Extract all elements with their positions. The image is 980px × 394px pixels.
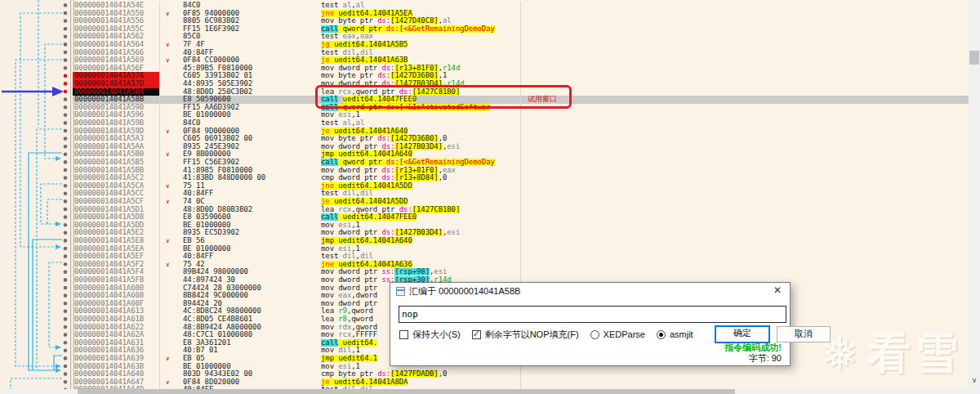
disasm-row[interactable]: 000000014041A5B5FF15 C56E3902call qword …	[73, 159, 969, 167]
instruction-cell[interactable]: je uedit64.14041A5DD	[319, 198, 521, 206]
bytes-cell[interactable]: ∨0F84 8D020000	[160, 378, 319, 387]
comment-cell[interactable]	[521, 65, 969, 73]
comment-cell[interactable]	[521, 49, 969, 57]
instruction-cell[interactable]: call uedit64.14047FEE0	[319, 213, 521, 222]
address-cell[interactable]: 000000014041A596	[73, 111, 160, 119]
comment-cell[interactable]	[521, 25, 969, 34]
disasm-row[interactable]: 000000014041A5E28935 EC5D3902mov dword p…	[73, 229, 969, 237]
bytes-cell[interactable]: ∨EB 56	[160, 237, 319, 245]
bytes-cell[interactable]: BE 01000000	[160, 222, 319, 230]
asmjit-label[interactable]: asmjit	[670, 329, 693, 339]
disasm-row[interactable]: 000000014041A569∨0F84 CC000000je uedit64…	[73, 56, 969, 65]
bytes-cell[interactable]: 44:8935 505E3902	[160, 80, 319, 88]
bytes-cell[interactable]: 41:8985 F0810000	[160, 167, 319, 175]
instruction-cell[interactable]: call qword ptr ds:[<&GetRemainingDemoDay	[319, 25, 521, 34]
address-cell[interactable]: 000000014041A61B	[73, 316, 160, 324]
address-cell[interactable]: 000000014041A5B5	[73, 159, 160, 167]
disasm-row[interactable]: 000000014041A576C605 33913B02 01mov byte…	[73, 72, 969, 80]
instruction-cell[interactable]: mov esi,1	[319, 222, 521, 230]
disasm-row[interactable]: 000000014041A5EABE 01000000mov esi,1	[73, 245, 969, 253]
address-cell[interactable]: 000000014041A5BB	[73, 167, 160, 175]
instruction-cell[interactable]: test dil,dil	[319, 190, 521, 198]
bytes-cell[interactable]: 8805 6C983B02	[160, 17, 319, 25]
address-cell[interactable]: 000000014041A54E	[73, 2, 160, 10]
address-cell[interactable]: 000000014041A550	[73, 10, 160, 18]
disasm-row[interactable]: 000000014041A56285C0test eax,eax	[73, 33, 969, 41]
address-cell[interactable]: 000000014041A5F2	[73, 261, 160, 269]
instruction-cell[interactable]: lea rcx,qword ptr ds:[1427CB1B0]	[319, 206, 521, 214]
comment-cell[interactable]	[521, 56, 969, 65]
disasm-row[interactable]: 000000014041A5F489B424 98000000mov dword…	[73, 268, 969, 276]
disasm-row[interactable]: 000000014041A5A3C605 06913B02 00mov byte…	[73, 135, 969, 143]
bytes-cell[interactable]: E8 03590600	[160, 213, 319, 222]
comment-cell[interactable]	[521, 174, 969, 182]
address-cell[interactable]: 000000014041A5EF	[73, 253, 160, 261]
keep-size-label[interactable]: 保持大小(S)	[412, 329, 461, 341]
comment-cell[interactable]	[521, 237, 969, 245]
comment-cell[interactable]	[521, 10, 969, 18]
bytes-cell[interactable]: 48:8B9424 A8000000	[160, 324, 319, 332]
comment-cell[interactable]	[521, 17, 969, 25]
disasm-row[interactable]: 000000014041A5BB41:8985 F0810000mov dwor…	[73, 167, 969, 175]
bytes-cell[interactable]: E8 3A361201	[160, 339, 319, 347]
bytes-cell[interactable]: 84C0	[160, 119, 319, 128]
comment-cell[interactable]	[521, 167, 969, 175]
instruction-cell[interactable]: test al,al	[319, 2, 521, 10]
address-cell[interactable]: 000000014041A57D	[73, 80, 160, 88]
address-cell[interactable]: 000000014041A562	[73, 33, 160, 41]
comment-cell[interactable]	[521, 213, 969, 222]
address-cell[interactable]: 000000014041A608	[73, 292, 160, 300]
comment-cell[interactable]	[521, 119, 969, 128]
comment-cell[interactable]	[521, 229, 969, 237]
address-cell[interactable]: 000000014041A5E2	[73, 229, 160, 237]
address-cell[interactable]: 000000014041A556	[73, 17, 160, 25]
bytes-cell[interactable]: ∨7F 4F	[160, 41, 319, 49]
address-cell[interactable]: 000000014041A647	[73, 378, 160, 387]
comment-cell[interactable]	[521, 128, 969, 136]
comment-cell[interactable]	[521, 80, 969, 88]
instruction-cell[interactable]: cmp dword ptr ds:[r13+8D84],0	[319, 174, 521, 182]
comment-cell[interactable]	[521, 190, 969, 198]
bytes-cell[interactable]: ∨74 0C	[160, 198, 319, 206]
disasm-row[interactable]: 000000014041A5F2∨75 42jne uedit64.14041A…	[73, 261, 969, 269]
vertical-scrollbar[interactable]: ∨	[969, 0, 980, 394]
disasm-row[interactable]: 000000014041A5CA∨75 11jne uedit64.14041A…	[73, 182, 969, 190]
disasm-row[interactable]: 000000014041A5D148:8D0D D80B3B02lea rcx,…	[73, 206, 969, 214]
address-cell[interactable]: 000000014041A59D	[73, 128, 160, 136]
address-cell[interactable]: 000000014041A5EA	[73, 245, 160, 253]
comment-cell[interactable]	[521, 253, 969, 261]
instruction-cell[interactable]: je uedit64.14041A640	[319, 128, 521, 136]
instruction-cell[interactable]: je uedit64.14041A8DA	[319, 378, 521, 387]
ok-button[interactable]: 确定	[715, 325, 770, 343]
disasm-row[interactable]: 000000014041A5C241:83BD 848D0000 00cmp d…	[73, 174, 969, 182]
bytes-cell[interactable]: 40:84FF	[160, 190, 319, 198]
address-cell[interactable]: 000000014041A5CF	[73, 198, 160, 206]
address-cell[interactable]: 000000014041A640	[73, 370, 160, 378]
address-cell[interactable]: 000000014041A5DD	[73, 222, 160, 230]
bytes-cell[interactable]: ∨0F84 9D000000	[160, 128, 319, 136]
comment-cell[interactable]	[521, 159, 969, 167]
bytes-cell[interactable]: 89B424 98000000	[160, 268, 319, 276]
bytes-cell[interactable]: 48:8D0D 250C3B02	[160, 88, 319, 96]
instruction-cell[interactable]: mov dword ptr ds:[r13+81F0],r14d	[319, 65, 521, 73]
comment-cell[interactable]	[521, 261, 969, 269]
bytes-cell[interactable]: 44:897424 30	[160, 276, 319, 284]
disasm-row[interactable]: 000000014041A596BE 01000000mov esi,1	[73, 111, 969, 119]
instruction-cell[interactable]: test al,al	[319, 119, 521, 128]
disasm-row[interactable]: 000000014041A564∨7F 4Fjg uedit64.14041A5…	[73, 41, 969, 49]
instruction-cell[interactable]: jmp uedit64.14041A640	[319, 150, 521, 159]
instruction-cell[interactable]: jmp uedit64.14041A640	[319, 237, 521, 245]
address-cell[interactable]: 000000014041A600	[73, 284, 160, 293]
disasm-row[interactable]: 000000014041A5D8E8 03590600call uedit64.…	[73, 213, 969, 222]
comment-cell[interactable]	[521, 72, 969, 80]
bytes-cell[interactable]: ∨EB 05	[160, 355, 319, 363]
comment-cell[interactable]	[521, 41, 969, 49]
comment-cell[interactable]	[521, 111, 969, 119]
bytes-cell[interactable]: FF15 1E6F3902	[160, 25, 319, 34]
instruction-cell[interactable]: mov esi,1	[319, 111, 521, 119]
instruction-cell[interactable]: jne uedit64.14041A5EA	[319, 10, 521, 18]
disasm-row[interactable]: 000000014041A5CF∨74 0Cje uedit64.14041A5…	[73, 198, 969, 206]
bytes-cell[interactable]: 48:C7C1 01000080	[160, 331, 319, 339]
bytes-cell[interactable]: ∨75 11	[160, 182, 319, 190]
bytes-cell[interactable]: BE 01000000	[160, 111, 319, 119]
